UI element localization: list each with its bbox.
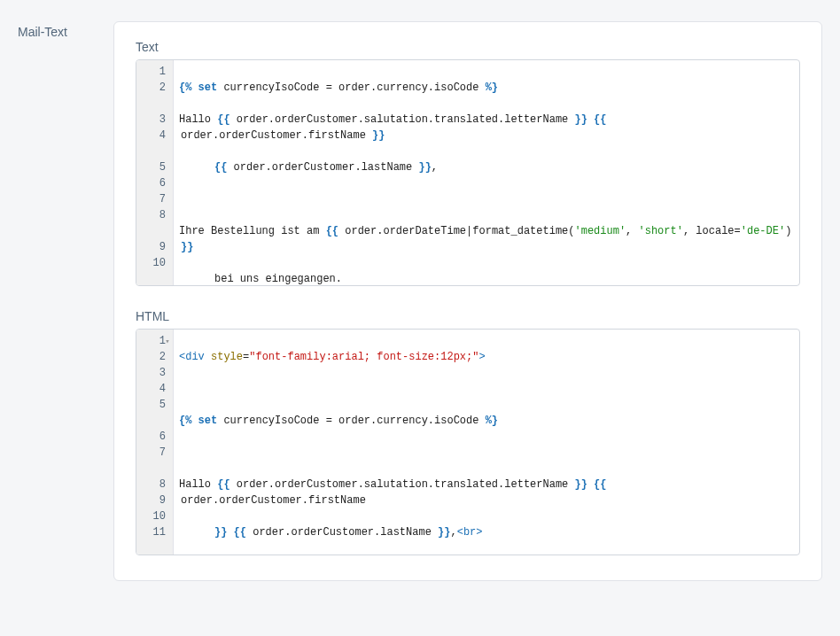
fold-icon[interactable]: ▾	[163, 334, 172, 350]
text-gutter: 1 2 3 4 5 6 7 8 9 10	[136, 60, 174, 285]
text-editor[interactable]: 1 2 3 4 5 6 7 8 9 10	[136, 59, 800, 286]
text-code[interactable]: {% set currencyIsoCode = order.currency.…	[174, 60, 799, 285]
text-field-label: Text	[136, 40, 800, 54]
text-editor-scroll[interactable]: 1 2 3 4 5 6 7 8 9 10	[136, 60, 799, 285]
html-editor-scroll[interactable]: ▾ 1 2 3 4 5 6 7 8 9 10 11	[136, 330, 799, 555]
text-field-block: Text 1 2 3 4 5 6 7 8 9	[136, 40, 800, 286]
html-gutter: 1 2 3 4 5 6 7 8 9 10 11 12	[136, 330, 174, 555]
html-field-label: HTML	[136, 309, 800, 323]
mail-text-section: Mail-Text Text 1 2 3 4 5 6 7 8	[0, 0, 840, 602]
html-code[interactable]: <div style="font-family:arial; font-size…	[174, 330, 799, 555]
section-label: Mail-Text	[18, 21, 89, 581]
html-editor[interactable]: ▾ 1 2 3 4 5 6 7 8 9 10 11	[136, 329, 800, 555]
mail-text-card: Text 1 2 3 4 5 6 7 8 9	[113, 21, 822, 581]
html-field-block: HTML ▾ 1 2 3 4 5 6 7 8 9	[136, 309, 800, 555]
